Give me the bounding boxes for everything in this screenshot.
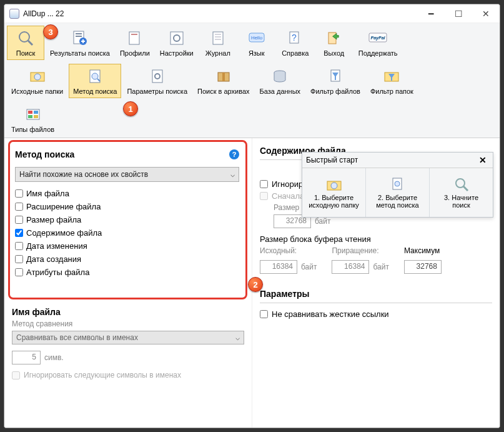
svg-rect-38 xyxy=(28,115,32,118)
help-icon: ? xyxy=(285,28,305,48)
profiles-icon xyxy=(125,28,145,48)
ribbon-exit[interactable]: Выход xyxy=(315,26,353,60)
svg-text:Hello: Hello xyxy=(251,35,263,41)
svg-point-44 xyxy=(456,179,465,188)
callout-3: 3 xyxy=(43,24,58,39)
check-attrs[interactable]: Атрибуты файла xyxy=(15,266,239,279)
quickstart-close-icon[interactable]: ✕ xyxy=(477,155,489,165)
ribbon-folder-filter[interactable]: Фильтр папок xyxy=(366,64,418,98)
svg-rect-36 xyxy=(28,111,32,114)
svg-rect-7 xyxy=(82,39,84,43)
svg-rect-3 xyxy=(76,33,82,34)
ribbon-database[interactable]: База данных xyxy=(255,64,305,98)
qs-step-3[interactable]: 3. Начните поиск xyxy=(430,168,493,217)
svg-rect-9 xyxy=(131,34,137,35)
ribbon-archives[interactable]: Поиск в архивах xyxy=(193,64,254,98)
archive-icon xyxy=(214,66,234,86)
quickstart-panel: Быстрый старт ✕ 1. Выберите исходную пап… xyxy=(302,152,493,218)
ribbon-file-filter[interactable]: Фильтр файлов xyxy=(306,64,365,98)
svg-rect-31 xyxy=(222,73,225,81)
check-size[interactable]: Размер файла xyxy=(15,213,239,226)
close-button[interactable]: ✕ xyxy=(472,4,500,23)
ribbon-language[interactable]: Hello Язык xyxy=(238,26,275,60)
svg-point-0 xyxy=(19,32,29,42)
filename-section-title: Имя файла xyxy=(12,303,244,319)
ribbon-settings[interactable]: Настройки xyxy=(156,26,198,60)
folder-filter-icon xyxy=(382,66,402,86)
check-moddate[interactable]: Дата изменения xyxy=(15,239,239,253)
ribbon-profiles[interactable]: Профили xyxy=(116,26,154,60)
chevron-down-icon: ⌵ xyxy=(230,170,235,179)
method-checklist: Имя файла Расширение файла Размер файла … xyxy=(15,187,239,279)
ribbon-row-2: Исходные папки Метод поиска Параметры по… xyxy=(4,61,500,99)
window-title: AllDup ... 22 xyxy=(23,9,417,18)
ribbon-row-3: Типы файлов xyxy=(4,99,500,138)
ribbon-search-method[interactable]: Метод поиска xyxy=(69,64,121,98)
help-badge-icon[interactable]: ? xyxy=(229,149,239,159)
hello-icon: Hello xyxy=(247,28,267,48)
svg-rect-12 xyxy=(213,32,223,44)
ribbon-donate[interactable]: PayPal Поддержать xyxy=(354,26,402,60)
check-content[interactable]: Содержимое файла xyxy=(15,226,239,239)
ribbon-file-types[interactable]: Типы файлов xyxy=(7,102,59,136)
svg-rect-28 xyxy=(152,70,162,83)
check-hardlinks[interactable]: Не сравнивать жесткие ссылки xyxy=(260,309,492,319)
svg-rect-10 xyxy=(170,32,183,44)
compare-method-label: Метод сравнения xyxy=(12,319,244,331)
left-panel: Метод поиска ? Найти похожие на основе и… xyxy=(4,138,252,428)
file-types-icon xyxy=(23,104,43,124)
journal-icon xyxy=(208,28,228,48)
ribbon-search-params[interactable]: Параметры поиска xyxy=(122,64,192,98)
src-input[interactable]: 16384 xyxy=(260,260,297,274)
right-panel: Содержимое файла -файлах Игнорировать ме… xyxy=(252,138,500,428)
ribbon-row-1: Поиск Результаты поиска Профили Настройк… xyxy=(4,23,500,61)
svg-text:PayPal: PayPal xyxy=(371,36,386,41)
doc-search-icon xyxy=(390,176,406,193)
folder-icon xyxy=(326,176,342,193)
svg-point-41 xyxy=(331,183,337,189)
check-filename[interactable]: Имя файла xyxy=(15,187,239,200)
qs-step-1[interactable]: 1. Выберите исходную папку xyxy=(302,168,366,217)
ribbon-help[interactable]: ? Справка xyxy=(277,26,314,60)
ribbon-src-folders[interactable]: Исходные папки xyxy=(7,64,67,98)
doc-search-icon xyxy=(85,66,105,86)
quickstart-title: Быстрый старт xyxy=(306,156,358,164)
callout-1: 1 xyxy=(123,101,138,116)
symbols-input[interactable]: 5 xyxy=(12,351,41,364)
callout-2: 2 xyxy=(248,277,263,292)
svg-rect-39 xyxy=(34,115,38,118)
svg-point-24 xyxy=(34,74,41,80)
titlebar: AllDup ... 22 ━ ☐ ✕ xyxy=(4,4,500,23)
chevron-down-icon: ⌵ xyxy=(235,333,240,342)
app-icon xyxy=(9,9,19,19)
method-group-title: Метод поиска xyxy=(15,149,74,159)
maximize-button[interactable]: ☐ xyxy=(445,4,472,23)
svg-line-45 xyxy=(463,186,468,191)
doc-gear-icon xyxy=(147,66,167,86)
paypal-icon: PayPal xyxy=(368,28,388,48)
check-createdate[interactable]: Дата создания xyxy=(15,253,239,266)
svg-line-1 xyxy=(28,41,32,45)
check-extension[interactable]: Расширение файла xyxy=(15,200,239,213)
qs-step-2[interactable]: 2. Выберите метод поиска xyxy=(366,168,430,217)
folder-search-icon xyxy=(27,66,47,86)
results-icon xyxy=(70,28,90,48)
method-dropdown[interactable]: Найти похожие на основе их свойств ⌵ xyxy=(15,167,239,182)
check-ignore-chars[interactable]: Игнорировать следующие символы в именах xyxy=(12,371,244,379)
inc-input[interactable]: 16384 xyxy=(332,260,369,274)
svg-rect-37 xyxy=(34,111,38,114)
svg-rect-4 xyxy=(76,36,82,37)
minimize-button[interactable]: ━ xyxy=(417,4,445,23)
svg-point-43 xyxy=(395,181,400,186)
exit-icon xyxy=(324,28,344,48)
max-input[interactable]: 32768 xyxy=(404,260,442,274)
gear-icon xyxy=(167,28,187,48)
ribbon: Поиск Результаты поиска Профили Настройк… xyxy=(4,23,500,138)
ribbon-search[interactable]: Поиск xyxy=(7,26,44,60)
compare-dropdown[interactable]: Сравнивать все символы в именах ⌵ xyxy=(12,331,244,344)
svg-point-26 xyxy=(92,73,98,79)
magnifier-icon xyxy=(16,28,36,48)
magnifier-icon xyxy=(453,176,470,193)
database-icon xyxy=(270,66,290,86)
ribbon-journal[interactable]: Журнал xyxy=(199,26,237,60)
